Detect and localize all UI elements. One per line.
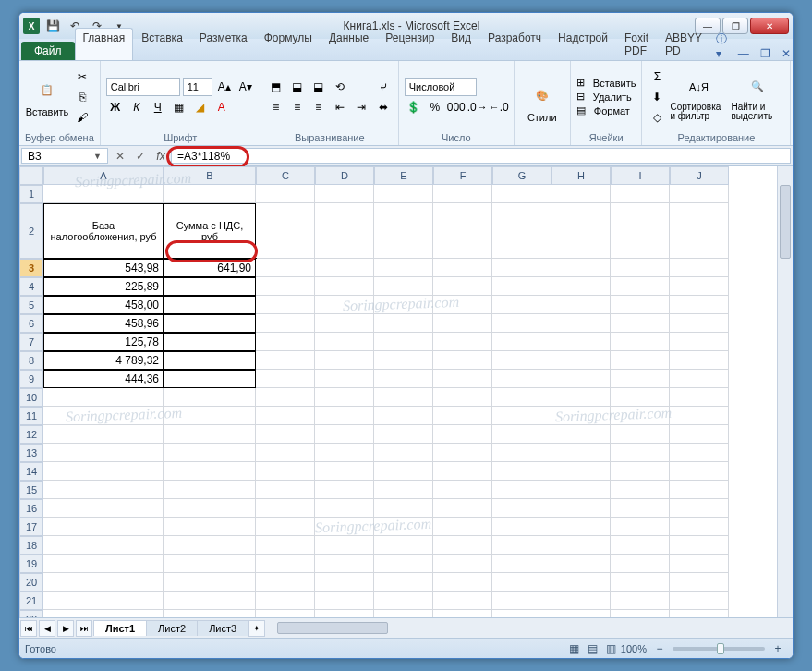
cell-G12[interactable]	[492, 425, 551, 444]
cell-F14[interactable]	[433, 462, 492, 481]
row-header-5[interactable]: 5	[19, 296, 43, 314]
row-header-9[interactable]: 9	[19, 370, 43, 388]
cell-H4[interactable]	[551, 277, 611, 296]
cell-A9[interactable]: 444,36	[43, 370, 164, 388]
cell-F22[interactable]	[433, 610, 492, 617]
cell-A11[interactable]	[43, 407, 164, 425]
cell-F1[interactable]	[433, 185, 492, 203]
indent-decrease-icon[interactable]: ⇤	[331, 98, 349, 116]
fx-icon[interactable]: fx	[151, 146, 171, 165]
cell-E4[interactable]	[374, 277, 433, 296]
increase-font-icon[interactable]: A▴	[215, 78, 234, 96]
find-select-button[interactable]: 🔍 Найти и выделить	[731, 63, 784, 130]
cell-B21[interactable]	[164, 592, 256, 610]
ribbon-tab-4[interactable]: Данные	[321, 28, 377, 60]
cell-G8[interactable]	[492, 351, 551, 370]
doc-minimize-icon[interactable]: —	[733, 47, 755, 60]
cell-C19[interactable]	[256, 555, 315, 573]
fill-icon[interactable]: ⬇	[648, 88, 666, 106]
cell-G11[interactable]	[492, 407, 551, 425]
cell-G13[interactable]	[492, 444, 551, 462]
cell-A16[interactable]	[43, 499, 164, 518]
cell-D21[interactable]	[315, 592, 374, 610]
cell-A7[interactable]: 125,78	[43, 333, 164, 351]
accept-formula-icon[interactable]: ✓	[130, 146, 151, 165]
font-size-combo[interactable]: 11	[183, 78, 212, 96]
cell-C9[interactable]	[256, 370, 315, 388]
cell-F12[interactable]	[433, 425, 492, 444]
cell-A6[interactable]: 458,96	[43, 314, 164, 333]
row-header-2[interactable]: 2	[19, 203, 43, 259]
col-header-B[interactable]: B	[164, 166, 256, 185]
zoom-in-button[interactable]: +	[769, 640, 787, 658]
col-header-J[interactable]: J	[670, 166, 729, 185]
cell-E11[interactable]	[374, 407, 433, 425]
ribbon-tab-7[interactable]: Разработч	[479, 28, 550, 60]
cell-B22[interactable]	[164, 610, 256, 617]
cell-C2[interactable]	[256, 203, 315, 259]
excel-icon[interactable]: X	[23, 18, 40, 34]
align-center-icon[interactable]: ≡	[288, 98, 307, 116]
cell-I1[interactable]	[611, 185, 670, 203]
cell-C16[interactable]	[256, 499, 315, 518]
cell-D6[interactable]	[315, 314, 374, 333]
scroll-thumb[interactable]	[780, 185, 791, 259]
cell-I19[interactable]	[611, 555, 670, 573]
cell-G9[interactable]	[492, 370, 551, 388]
sheet-nav-1[interactable]: ◀	[39, 620, 55, 637]
cell-E18[interactable]	[374, 536, 433, 555]
cell-G1[interactable]	[492, 185, 551, 203]
cell-I14[interactable]	[611, 462, 670, 481]
cell-B1[interactable]	[164, 185, 256, 203]
horizontal-scrollbar[interactable]	[273, 620, 793, 636]
cell-F16[interactable]	[433, 499, 492, 518]
insert-cells-button[interactable]: ⊞ Вставить	[576, 77, 636, 89]
view-layout-icon[interactable]: ▤	[584, 640, 602, 658]
cell-F10[interactable]	[433, 388, 492, 407]
cell-J14[interactable]	[670, 462, 729, 481]
cell-B16[interactable]	[164, 499, 256, 518]
cell-A13[interactable]	[43, 444, 164, 462]
cell-A5[interactable]: 458,00	[43, 296, 164, 314]
ribbon-tab-8[interactable]: Надстрой	[550, 28, 616, 60]
cell-H8[interactable]	[551, 351, 611, 370]
cell-I16[interactable]	[611, 499, 670, 518]
cell-B18[interactable]	[164, 536, 256, 555]
cell-E19[interactable]	[374, 555, 433, 573]
cell-B8[interactable]	[164, 351, 256, 370]
cell-F13[interactable]	[433, 444, 492, 462]
hscroll-thumb[interactable]	[277, 622, 388, 634]
file-tab[interactable]: Файл	[21, 42, 75, 60]
col-header-G[interactable]: G	[492, 166, 551, 185]
cell-A20[interactable]	[43, 573, 164, 592]
cell-C17[interactable]	[256, 518, 315, 536]
select-all-corner[interactable]	[19, 166, 43, 185]
underline-button[interactable]: Ч	[149, 98, 167, 116]
cell-D16[interactable]	[315, 499, 374, 518]
cell-J20[interactable]	[670, 573, 729, 592]
cell-A19[interactable]	[43, 555, 164, 573]
row-header-4[interactable]: 4	[19, 277, 43, 296]
cell-D5[interactable]	[315, 296, 374, 314]
cell-C21[interactable]	[256, 592, 315, 610]
cell-E9[interactable]	[374, 370, 433, 388]
row-header-14[interactable]: 14	[19, 462, 43, 481]
cell-J1[interactable]	[670, 185, 729, 203]
view-pagebreak-icon[interactable]: ▥	[602, 640, 621, 658]
cell-A22[interactable]	[43, 610, 164, 617]
cell-D13[interactable]	[315, 444, 374, 462]
cell-H12[interactable]	[551, 425, 611, 444]
cell-B12[interactable]	[164, 425, 256, 444]
row-header-18[interactable]: 18	[19, 536, 43, 555]
cell-B3[interactable]: 641,90	[164, 259, 256, 277]
cell-H14[interactable]	[551, 462, 611, 481]
cell-I18[interactable]	[611, 536, 670, 555]
cell-B5[interactable]	[164, 296, 256, 314]
align-middle-icon[interactable]: ⬓	[288, 78, 307, 96]
ribbon-tab-9[interactable]: Foxit PDF	[616, 28, 657, 60]
cell-H16[interactable]	[551, 499, 611, 518]
cell-E22[interactable]	[374, 610, 433, 617]
cell-J6[interactable]	[670, 314, 729, 333]
cell-H10[interactable]	[551, 388, 611, 407]
cell-C13[interactable]	[256, 444, 315, 462]
